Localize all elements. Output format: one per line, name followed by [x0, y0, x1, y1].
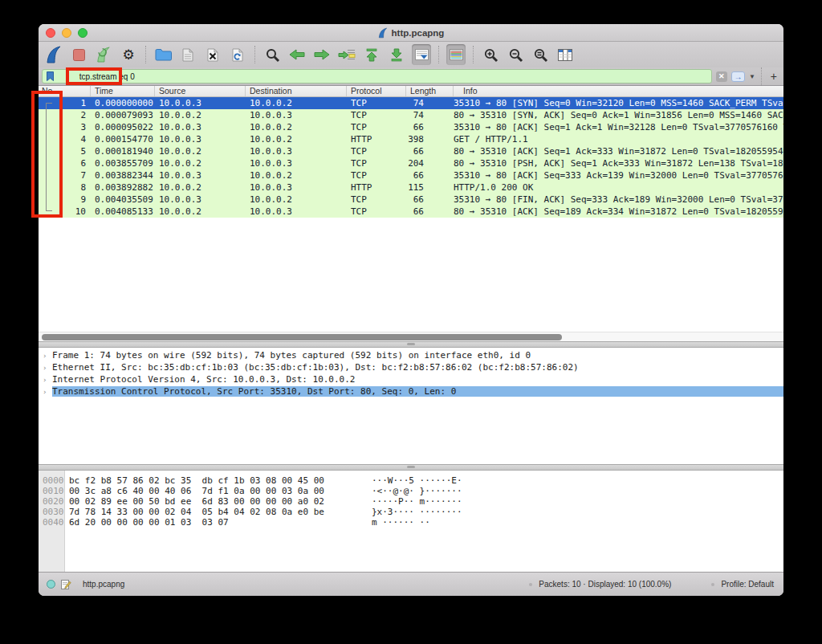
expert-info-icon[interactable]	[47, 580, 55, 589]
go-to-first-packet-button[interactable]	[362, 44, 381, 65]
arrow-right-icon	[314, 49, 330, 60]
splitter-grip-icon	[407, 466, 415, 468]
title-bar: http.pcapng	[39, 24, 783, 42]
display-filter-input[interactable]: tcp.stream eq 0	[42, 69, 712, 84]
detail-row-tcp[interactable]: › Transmission Control Protocol, Src Por…	[39, 385, 783, 397]
packet-list: 10.00000000010.0.0.310.0.0.2TCP7435310 →…	[39, 97, 783, 218]
reload-file-button[interactable]	[228, 44, 247, 65]
resize-columns-button[interactable]	[555, 44, 575, 65]
packet-list-empty-area	[39, 218, 783, 332]
zoom-reset-icon	[533, 47, 548, 63]
toolbar-separator	[473, 46, 474, 63]
packet-row[interactable]: 70.00388234410.0.0.310.0.0.2TCP6635310 →…	[39, 169, 783, 181]
wireshark-fin-icon	[378, 27, 388, 39]
toolbar-separator	[254, 46, 255, 63]
colorize-icon	[450, 49, 463, 60]
packet-row[interactable]: 100.00408513310.0.0.210.0.0.3TCP6680 → 3…	[39, 206, 783, 218]
save-file-button[interactable]	[178, 44, 197, 65]
chevron-right-icon[interactable]: ›	[43, 364, 52, 372]
detail-row-ip[interactable]: › Internet Protocol Version 4, Src: 10.0…	[39, 373, 783, 385]
packet-row[interactable]: 40.00015477010.0.0.310.0.0.2HTTP398GET /…	[39, 133, 783, 145]
find-packet-button[interactable]	[262, 44, 282, 65]
column-header-no[interactable]: No.	[39, 86, 91, 96]
window-title: http.pcapng	[392, 28, 445, 38]
packet-row[interactable]: 90.00403550910.0.0.310.0.0.2TCP6635310 →…	[39, 194, 783, 206]
resize-columns-icon	[558, 49, 572, 61]
chevron-right-icon[interactable]: ›	[43, 352, 52, 360]
colorize-toggle[interactable]	[446, 44, 466, 65]
go-to-last-packet-button[interactable]	[387, 44, 406, 65]
column-header-protocol[interactable]: Protocol	[347, 86, 406, 96]
horizontal-scrollbar[interactable]	[39, 332, 783, 341]
hex-row[interactable]: 0000bc f2 b8 57 86 02 bc 35 db cf 1b 03 …	[39, 475, 783, 486]
status-separator-dot	[711, 583, 714, 586]
minimize-window-button[interactable]	[62, 28, 71, 38]
chevron-right-icon[interactable]: ›	[43, 388, 52, 396]
magnifier-icon	[265, 47, 280, 63]
status-filename: http.pcapng	[83, 580, 124, 589]
hex-row[interactable]: 00406d 20 00 00 00 00 01 03 03 07m ·····…	[39, 517, 783, 528]
column-header-info[interactable]: Info	[454, 86, 783, 96]
column-header-destination[interactable]: Destination	[246, 86, 347, 96]
toolbar-separator	[145, 46, 146, 63]
packet-row[interactable]: 60.00385570910.0.0.210.0.0.3TCP20480 → 3…	[39, 157, 783, 169]
horizontal-scrollbar-thumb[interactable]	[42, 334, 562, 340]
zoom-window-button[interactable]	[78, 28, 87, 38]
detail-row-ethernet[interactable]: › Ethernet II, Src: bc:35:db:cf:1b:03 (b…	[39, 361, 783, 373]
column-header-time[interactable]: Time	[91, 86, 155, 96]
capture-comment-icon[interactable]	[61, 579, 71, 590]
open-file-button[interactable]	[153, 44, 173, 65]
save-file-icon	[182, 48, 193, 62]
stop-capture-button[interactable]	[69, 44, 88, 65]
hex-row[interactable]: 00307d 78 14 33 00 00 02 04 05 b4 04 02 …	[39, 507, 783, 517]
bookmark-icon[interactable]	[47, 71, 54, 81]
auto-scroll-icon	[415, 49, 429, 60]
pane-splitter[interactable]	[39, 341, 783, 348]
hex-row[interactable]: 002000 02 89 ee 00 50 bd ee 6d 83 00 00 …	[39, 496, 783, 507]
auto-scroll-toggle[interactable]	[412, 44, 431, 65]
status-separator-dot	[529, 583, 532, 586]
clear-filter-button[interactable]: ✕	[716, 71, 727, 82]
hex-row[interactable]: 001000 3c a8 c6 40 00 40 06 7d f1 0a 00 …	[39, 486, 783, 496]
filter-dropdown-caret[interactable]: ▼	[749, 73, 755, 80]
arrow-up-bar-icon	[365, 48, 378, 62]
start-capture-button[interactable]	[44, 44, 63, 65]
column-header-length[interactable]: Length	[406, 86, 454, 96]
main-toolbar: ⚙	[39, 42, 783, 67]
pane-splitter[interactable]	[39, 464, 783, 471]
status-packet-counts: Packets: 10 · Displayed: 10 (100.0%)	[539, 580, 671, 589]
capture-options-button[interactable]: ⚙	[119, 44, 138, 65]
toolbar-separator	[438, 46, 439, 63]
zoom-out-button[interactable]	[506, 44, 525, 65]
status-profile[interactable]: Profile: Default	[721, 580, 774, 589]
packet-row[interactable]: 10.00000000010.0.0.310.0.0.2TCP7435310 →…	[39, 97, 783, 109]
zoom-in-button[interactable]	[481, 44, 500, 65]
column-header-source[interactable]: Source	[155, 86, 246, 96]
packet-row[interactable]: 20.00007909310.0.0.210.0.0.3TCP7480 → 35…	[39, 109, 783, 121]
detail-row-frame[interactable]: › Frame 1: 74 bytes on wire (592 bits), …	[39, 349, 783, 361]
zoom-100-button[interactable]	[531, 44, 550, 65]
arrow-down-bar-icon	[390, 48, 403, 62]
packet-list-header: No. Time Source Destination Protocol Len…	[39, 86, 783, 97]
restart-capture-button[interactable]	[94, 44, 113, 65]
go-back-button[interactable]	[287, 44, 307, 65]
stop-square-icon	[73, 49, 85, 61]
packet-bytes-pane: 0000bc f2 b8 57 86 02 bc 35 db cf 1b 03 …	[39, 471, 783, 572]
close-file-button[interactable]	[203, 44, 222, 65]
apply-filter-button[interactable]: →	[731, 71, 745, 82]
desktop-background: http.pcapng ⚙	[0, 0, 822, 644]
packet-row[interactable]: 50.00018194010.0.0.210.0.0.3TCP6680 → 35…	[39, 145, 783, 157]
add-filter-button[interactable]: +	[771, 70, 777, 83]
wireshark-window: http.pcapng ⚙	[39, 24, 783, 596]
go-to-packet-button[interactable]	[337, 44, 356, 65]
go-forward-button[interactable]	[312, 44, 332, 65]
zoom-out-icon	[508, 47, 523, 63]
filter-text-highlighted: stream eq 0	[92, 72, 135, 81]
traffic-lights	[46, 28, 87, 38]
close-window-button[interactable]	[46, 28, 55, 38]
packet-row[interactable]: 80.00389288210.0.0.210.0.0.3HTTP115HTTP/…	[39, 181, 783, 194]
splitter-grip-icon	[407, 343, 415, 345]
packet-row[interactable]: 30.00009502210.0.0.310.0.0.2TCP6635310 →…	[39, 121, 783, 133]
packet-details-pane: › Frame 1: 74 bytes on wire (592 bits), …	[39, 348, 783, 464]
chevron-right-icon[interactable]: ›	[43, 376, 52, 384]
